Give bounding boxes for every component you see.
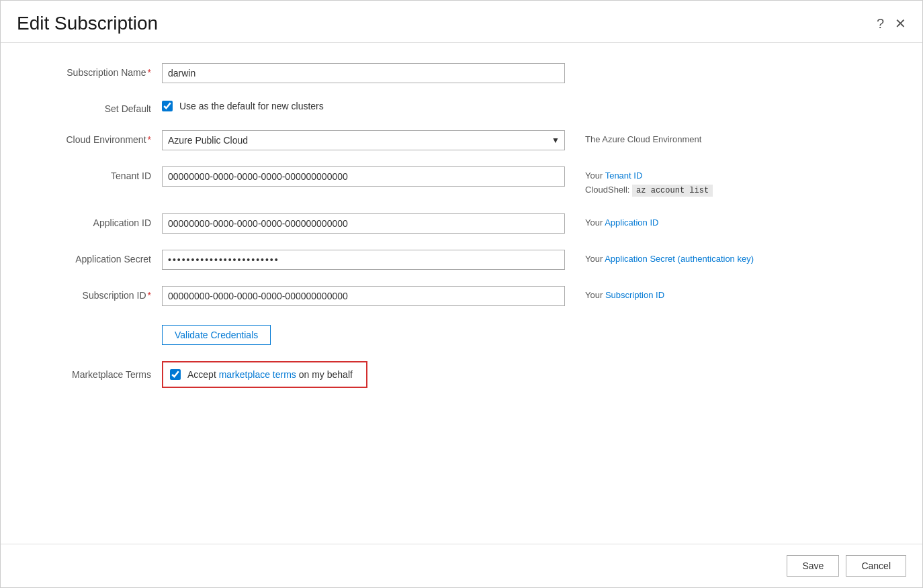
cloud-environment-row: Cloud Environment* Azure Public Cloud Az… [28, 130, 895, 150]
subscription-name-control [162, 63, 565, 83]
required-marker: * [148, 67, 151, 78]
application-secret-hint: Your Application Secret (authentication … [565, 250, 895, 266]
application-secret-control [162, 250, 565, 270]
subscription-id-input[interactable] [162, 286, 565, 306]
help-icon[interactable]: ? [877, 17, 884, 30]
subscription-id-label: Subscription ID* [28, 286, 162, 301]
subscription-name-hint [565, 63, 895, 66]
subscription-id-link[interactable]: Subscription ID [605, 290, 664, 300]
application-id-hint: Your Application ID [565, 213, 895, 230]
application-id-link[interactable]: Application ID [605, 217, 658, 228]
required-marker-cloud: * [148, 134, 151, 145]
application-id-input[interactable] [162, 213, 565, 234]
close-icon[interactable]: ✕ [895, 17, 906, 30]
tenant-id-label: Tenant ID [28, 166, 162, 181]
set-default-label: Set Default [28, 99, 162, 114]
cloudshell-code: az account list [632, 185, 713, 197]
subscription-id-row: Subscription ID* Your Subscription ID [28, 286, 895, 306]
marketplace-content: Accept marketplace terms on my behalf [162, 361, 367, 388]
cloud-environment-hint: The Azure Cloud Environment [565, 130, 895, 146]
application-secret-input[interactable] [162, 250, 565, 270]
application-id-row: Application ID Your Application ID [28, 213, 895, 234]
tenant-id-input[interactable] [162, 166, 565, 187]
header-icons: ? ✕ [877, 17, 906, 30]
save-button[interactable]: Save [787, 555, 839, 577]
marketplace-label: Marketplace Terms [28, 369, 162, 380]
cloud-environment-select[interactable]: Azure Public Cloud Azure China Cloud Azu… [162, 130, 565, 150]
tenant-id-control [162, 166, 565, 187]
cancel-button[interactable]: Cancel [846, 555, 906, 577]
application-id-control [162, 213, 565, 234]
subscription-name-row: Subscription Name* [28, 63, 895, 83]
marketplace-terms-link[interactable]: marketplace terms [219, 369, 296, 380]
validate-control: Validate Credentials [162, 322, 565, 345]
marketplace-row: Marketplace Terms Accept marketplace ter… [28, 361, 895, 388]
cloud-environment-control: Azure Public Cloud Azure China Cloud Azu… [162, 130, 565, 150]
set-default-control: Use as the default for new clusters [162, 99, 565, 111]
validate-hint [565, 322, 895, 325]
cloud-environment-label: Cloud Environment* [28, 130, 162, 145]
application-secret-link[interactable]: Application Secret (authentication key) [605, 254, 754, 264]
set-default-row: Set Default Use as the default for new c… [28, 99, 895, 114]
tenant-id-hint: Your Tenant ID CloudShell: az account li… [565, 166, 895, 197]
set-default-checkbox-label: Use as the default for new clusters [179, 101, 324, 111]
set-default-hint [565, 99, 895, 102]
dialog-header: Edit Subscription ? ✕ [1, 1, 922, 43]
validate-row: Validate Credentials [28, 322, 895, 345]
application-secret-label: Application Secret [28, 250, 162, 264]
tenant-id-row: Tenant ID Your Tenant ID CloudShell: az … [28, 166, 895, 197]
marketplace-checkbox[interactable] [170, 369, 181, 380]
tenant-id-link[interactable]: Tenant ID [605, 170, 643, 181]
validate-spacer [28, 322, 162, 326]
set-default-checkbox-row: Use as the default for new clusters [162, 99, 565, 111]
subscription-id-control [162, 286, 565, 306]
application-secret-row: Application Secret Your Application Secr… [28, 250, 895, 270]
marketplace-text: Accept marketplace terms on my behalf [187, 369, 353, 380]
dialog-footer: Save Cancel [1, 544, 922, 587]
subscription-id-hint: Your Subscription ID [565, 286, 895, 302]
dialog-body: Subscription Name* Set Default Use as th… [1, 43, 922, 544]
dialog-title: Edit Subscription [17, 13, 158, 34]
subscription-name-label: Subscription Name* [28, 63, 162, 78]
required-marker-sub: * [148, 290, 151, 301]
application-id-label: Application ID [28, 213, 162, 228]
subscription-name-input[interactable] [162, 63, 565, 83]
cloud-environment-select-wrapper: Azure Public Cloud Azure China Cloud Azu… [162, 130, 565, 150]
edit-subscription-dialog: Edit Subscription ? ✕ Subscription Name*… [0, 0, 923, 588]
validate-credentials-button[interactable]: Validate Credentials [162, 325, 271, 345]
set-default-checkbox[interactable] [162, 101, 173, 111]
